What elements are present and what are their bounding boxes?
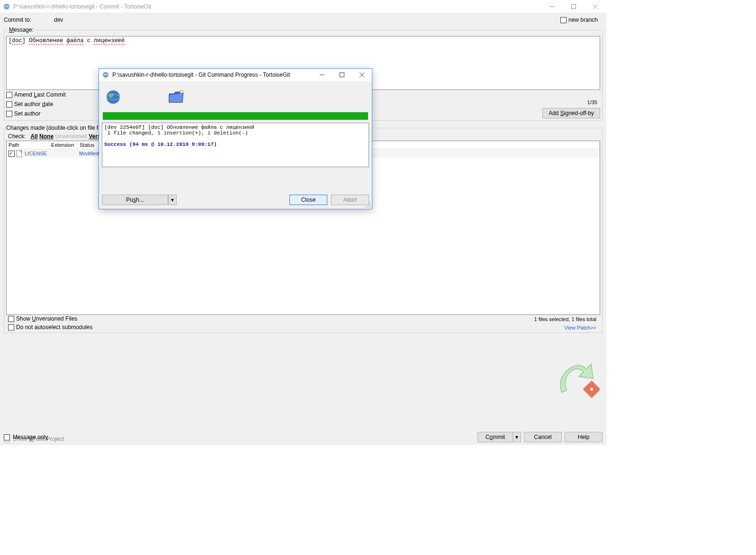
char-counter: 1/35 [587, 99, 597, 105]
push-dropdown-arrow[interactable]: ▾ [168, 195, 177, 205]
dialog-body: [dev 2254e0f] [doc] Обновление файла с л… [99, 81, 372, 209]
cancel-button[interactable]: Cancel [524, 432, 562, 442]
main-window: P:\savushkin-r-d\hello-tortoisegit - Com… [0, 0, 606, 445]
document-icon [17, 150, 23, 157]
new-branch-label: new branch [568, 17, 598, 23]
folder-icon [168, 90, 184, 104]
svg-point-13 [107, 90, 120, 104]
svg-point-20 [368, 206, 369, 207]
show-unversioned-checkbox[interactable] [8, 316, 14, 322]
dialog-titlebar: P:\savushkin-r-d\hello-tortoisegit - Git… [99, 69, 372, 81]
svg-point-7 [590, 388, 593, 391]
maximize-button[interactable] [563, 0, 585, 13]
commit-to-row: Commit to: dev new branch [4, 15, 603, 25]
window-controls [541, 0, 606, 13]
push-button[interactable]: Push... [102, 195, 168, 205]
check-label: Check: [8, 133, 26, 140]
branch-name: dev [54, 17, 63, 23]
commit-watermark-icon [552, 355, 600, 403]
check-unversioned-link[interactable]: Unversioned [55, 133, 87, 140]
dialog-maximize-button[interactable] [332, 69, 352, 81]
svg-rect-2 [572, 4, 576, 9]
show-unversioned-label: Show Unversioned Files [16, 315, 77, 322]
push-split-button[interactable]: Push... ▾ [102, 195, 177, 205]
file-name: LICENSE [25, 151, 51, 156]
svg-point-19 [366, 206, 367, 207]
author-label: Set author [14, 110, 40, 117]
abort-button[interactable]: Abort [331, 195, 369, 205]
svg-point-15 [180, 90, 183, 93]
log-output[interactable]: [dev 2254e0f] [doc] Обновление файла с л… [102, 123, 369, 167]
author-date-label: Set author date [14, 101, 53, 107]
selection-status: 1 files selected, 1 files total [534, 316, 596, 322]
file-row-checkbox[interactable] [9, 151, 15, 157]
svg-point-17 [368, 205, 369, 206]
close-button[interactable]: Close [289, 195, 327, 205]
close-button[interactable] [585, 0, 606, 13]
col-path[interactable]: Path [7, 141, 49, 149]
commit-button[interactable]: Commit [477, 432, 513, 442]
progress-bar [103, 112, 368, 120]
view-patch-link[interactable]: View Patch>> [564, 325, 596, 331]
author-date-checkbox[interactable] [6, 101, 12, 107]
message-only-label: Message only [13, 434, 48, 440]
resize-grip-icon[interactable] [365, 202, 371, 208]
check-none-link[interactable]: None [39, 133, 54, 140]
no-autoselect-label: Do not autoselect submodules [16, 324, 92, 331]
globe-icon [106, 90, 121, 105]
col-ext[interactable]: Extension [49, 141, 78, 149]
app-icon [3, 3, 10, 10]
amend-label: Amend Last Commit [14, 91, 66, 98]
progress-dialog: P:\savushkin-r-d\hello-tortoisegit - Git… [99, 68, 372, 209]
message-legend: Message: [8, 27, 35, 33]
svg-point-8 [103, 72, 108, 78]
dialog-minimize-button[interactable] [312, 69, 332, 81]
window-title: P:\savushkin-r-d\hello-tortoisegit - Com… [13, 3, 541, 10]
check-all-link[interactable]: All [30, 133, 37, 140]
dialog-app-icon [102, 71, 109, 79]
author-checkbox[interactable] [6, 111, 12, 117]
svg-rect-10 [340, 73, 344, 77]
titlebar: P:\savushkin-r-d\hello-tortoisegit - Com… [0, 0, 606, 13]
dialog-title: P:\savushkin-r-d\hello-tortoisegit - Git… [112, 72, 312, 78]
message-only-checkbox[interactable] [4, 434, 10, 440]
minimize-button[interactable] [541, 0, 563, 13]
bottom-button-row: Message only Commit ▾ Cancel Help [4, 432, 603, 442]
svg-point-16 [369, 203, 370, 204]
amend-checkbox[interactable] [6, 92, 12, 98]
help-button[interactable]: Help [565, 432, 603, 442]
new-branch-checkbox[interactable] [560, 17, 567, 23]
svg-point-0 [4, 4, 9, 9]
no-autoselect-checkbox[interactable] [8, 324, 14, 331]
dialog-close-button[interactable] [352, 69, 372, 81]
commit-to-label: Commit to: [4, 17, 31, 23]
commit-dropdown-arrow[interactable]: ▾ [513, 432, 521, 442]
signoff-button[interactable]: Add Signed-off-by [542, 108, 600, 118]
svg-point-18 [369, 205, 370, 206]
svg-point-21 [369, 206, 370, 207]
commit-split-button[interactable]: Commit ▾ [477, 432, 521, 442]
